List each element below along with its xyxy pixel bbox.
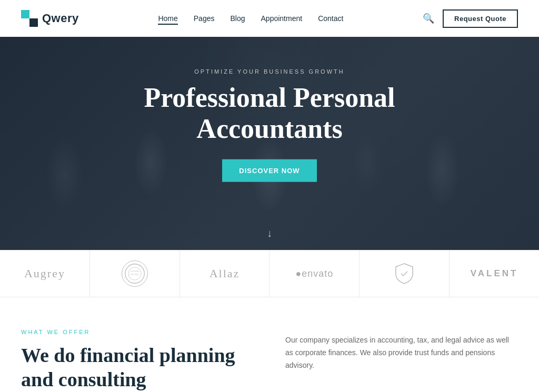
nav-item-appointment[interactable]: Appointment bbox=[261, 14, 303, 23]
logo-envato: ●envato bbox=[270, 250, 360, 297]
logo-dark-square bbox=[29, 18, 38, 27]
nav-link-appointment[interactable]: Appointment bbox=[261, 14, 303, 23]
logo-augrey: Augrey bbox=[0, 250, 90, 297]
nav-link-pages[interactable]: Pages bbox=[194, 14, 215, 23]
search-icon[interactable]: 🔍 bbox=[423, 13, 434, 24]
scroll-down-icon: ↓ bbox=[267, 227, 272, 239]
valent-logo-text: VALENT bbox=[471, 268, 518, 279]
what-we-offer-section: What We Offer We do financial planning a… bbox=[0, 297, 539, 392]
logo[interactable]: Qwery bbox=[21, 10, 79, 27]
envato-logo-text: ●envato bbox=[295, 268, 333, 279]
nav-menu: Home Pages Blog Appointment Contact bbox=[158, 14, 343, 23]
hero-section: Optimize Your Business Growth Profession… bbox=[0, 0, 539, 250]
logos-strip: Augrey STUDIO EST 2010 Allaz ●envato VAL… bbox=[0, 250, 539, 297]
allaz-logo-text: Allaz bbox=[209, 267, 240, 280]
offer-right-column: Our company specializes in accounting, t… bbox=[285, 329, 518, 391]
offer-title-line1: We do financial planning bbox=[21, 344, 235, 366]
hero-title: Professional Personal Accountants bbox=[112, 82, 427, 145]
logo-teal-square bbox=[21, 10, 29, 18]
logo-icon bbox=[21, 10, 38, 27]
offer-title-line2: and consulting bbox=[21, 368, 146, 390]
augrey-logo-text: Augrey bbox=[24, 267, 65, 280]
nav-link-contact[interactable]: Contact bbox=[318, 14, 343, 23]
offer-title: We do financial planning and consulting bbox=[21, 344, 254, 391]
nav-item-blog[interactable]: Blog bbox=[230, 14, 245, 23]
logo-shield bbox=[360, 250, 450, 297]
nav-link-blog[interactable]: Blog bbox=[230, 14, 245, 23]
circle-logo-icon: STUDIO EST 2010 bbox=[122, 260, 148, 287]
hero-content: Optimize Your Business Growth Profession… bbox=[112, 68, 427, 182]
section-tag: What We Offer bbox=[21, 329, 254, 335]
nav-link-home[interactable]: Home bbox=[158, 14, 177, 25]
logo-text: Qwery bbox=[42, 12, 79, 25]
offer-left-column: What We Offer We do financial planning a… bbox=[21, 329, 254, 391]
nav-item-contact[interactable]: Contact bbox=[318, 14, 343, 23]
svg-text:EST 2010: EST 2010 bbox=[131, 274, 138, 276]
logo-circle: STUDIO EST 2010 bbox=[90, 250, 180, 297]
offer-description: Our company specializes in accounting, t… bbox=[285, 329, 518, 371]
shield-logo-icon bbox=[395, 263, 414, 285]
navbar: Qwery Home Pages Blog Appointment Contac… bbox=[0, 0, 539, 37]
logo-allaz: Allaz bbox=[180, 250, 270, 297]
hero-cta-button[interactable]: Discover Now bbox=[222, 159, 316, 182]
nav-item-pages[interactable]: Pages bbox=[194, 14, 215, 23]
nav-item-home[interactable]: Home bbox=[158, 14, 177, 23]
nav-right: 🔍 Request Quote bbox=[423, 9, 518, 28]
hero-title-line2: Accountants bbox=[196, 114, 342, 144]
hero-subtitle: Optimize Your Business Growth bbox=[112, 68, 427, 74]
logo-valent: VALENT bbox=[450, 250, 539, 297]
hero-title-line1: Professional Personal bbox=[144, 82, 395, 112]
request-quote-button[interactable]: Request Quote bbox=[443, 9, 518, 28]
svg-text:STUDIO: STUDIO bbox=[131, 270, 139, 273]
